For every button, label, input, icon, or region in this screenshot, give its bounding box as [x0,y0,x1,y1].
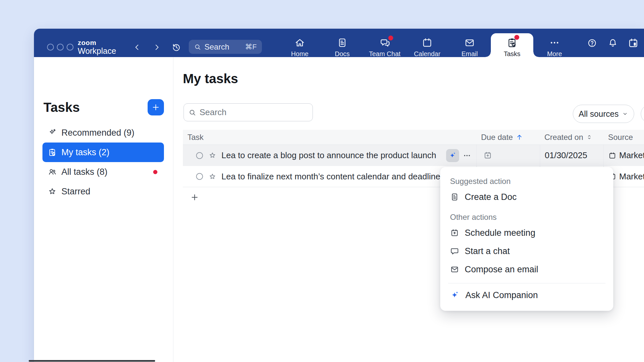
sidebar-item-recommended[interactable]: Recommended (9) [42,123,164,143]
table-row[interactable]: Lea to create a blog post to announce th… [183,145,644,166]
global-search[interactable]: Search ⌘F [189,40,262,54]
back-icon[interactable] [133,43,141,52]
calendar-app-icon[interactable] [628,38,639,49]
minimize-window-button[interactable] [57,44,64,51]
created-on-cell: 01/30/2025 [540,145,604,166]
nav-tab-home[interactable]: Home [279,29,321,57]
people-icon [48,167,57,176]
tasks-sidebar: Tasks Recommended (9) My tasks (2) All t… [34,57,173,362]
nav-tab-docs[interactable]: Docs [321,29,363,57]
add-due-date-icon[interactable] [483,151,492,160]
menu-item-create-doc[interactable]: Create a Doc [440,188,613,206]
menu-item-compose-email[interactable]: Compose an email [440,260,613,279]
calendar-icon [608,152,616,159]
nav-label: Calendar [414,50,440,58]
bell-icon[interactable] [608,38,618,48]
sort-icon [586,134,593,141]
close-window-button[interactable] [47,44,54,51]
filter-pill-partial[interactable] [641,105,644,123]
tasks-badge [514,35,519,40]
ai-sparkle-icon [450,290,460,300]
nav-label: Tasks [504,50,520,58]
nav-tab-team-chat[interactable]: Team Chat [363,29,406,57]
chat-bubble-icon [450,247,459,256]
top-navigation: Home Docs Team Chat Calendar Email [279,29,576,57]
search-shortcut: ⌘F [245,43,257,51]
task-search-input[interactable] [200,107,308,117]
task-cell: Lea to finalize next month’s content cal… [183,166,476,187]
nav-label: Docs [335,50,350,58]
nav-label: Team Chat [369,50,401,58]
menu-item-ask-ai-companion[interactable]: Ask AI Companion [440,286,613,304]
source-value: Marketing [619,172,644,182]
star-icon [48,187,57,196]
ai-actions-menu: Suggested action Create a Doc Other acti… [440,167,613,311]
menu-divider [448,283,605,283]
due-date-cell[interactable] [476,145,540,166]
more-actions-icon[interactable] [463,151,471,160]
sparkle-icon [48,128,57,137]
sidebar-item-label: All tasks (8) [61,167,107,177]
menu-section-label: Other actions [440,209,613,224]
forward-icon[interactable] [153,43,161,52]
nav-tab-email[interactable]: Email [448,29,491,57]
task-checkbox[interactable] [195,151,204,160]
nav-tab-more[interactable]: More [533,29,576,57]
doc-icon [450,192,459,202]
sidebar-item-starred[interactable]: Starred [42,182,164,201]
add-task-button[interactable] [148,99,164,115]
app-screen: zoom Workplace Search ⌘F Home Docs [0,0,644,362]
logo-product: Workplace [78,47,116,55]
column-header-due-date[interactable]: Due date [476,133,540,142]
menu-item-start-chat[interactable]: Start a chat [440,242,613,260]
clipboard-check-icon [48,148,57,157]
sidebar-item-label: My tasks (2) [61,147,109,158]
column-header-source[interactable]: Source [604,133,644,142]
header-right-icons [582,29,644,57]
ai-sparkle-icon [448,151,457,160]
column-header-created-on[interactable]: Created on [540,133,604,142]
search-icon [188,109,196,116]
table-header-row: Task Due date Created on Source [183,130,644,145]
calendar-plus-icon [450,228,459,237]
nav-label: Home [291,50,308,58]
bottom-edge-artifact [29,360,155,362]
sidebar-header: Tasks [43,99,164,115]
nav-label: More [547,50,562,58]
chevron-down-icon [622,111,628,117]
all-sources-filter[interactable]: All sources [573,105,634,123]
nav-tab-tasks[interactable]: Tasks [491,29,533,57]
star-icon[interactable] [208,151,217,159]
menu-item-schedule-meeting[interactable]: Schedule meeting [440,224,613,242]
task-checkbox[interactable] [195,172,204,181]
sidebar-item-label: Starred [61,187,90,197]
home-icon [294,37,305,48]
notification-dot [153,170,157,174]
sidebar-item-all-tasks[interactable]: All tasks (8) [42,162,164,182]
plus-icon [151,103,160,112]
help-icon[interactable] [587,38,597,48]
nav-label: Email [461,50,478,58]
nav-tab-calendar[interactable]: Calendar [406,29,448,57]
more-icon [549,37,560,48]
sidebar-item-label: Recommended (9) [61,128,135,138]
star-icon[interactable] [208,173,217,181]
global-search-placeholder: Search [204,42,229,52]
docs-icon [337,37,348,48]
main-content: My tasks All sources Task Due date [173,57,644,362]
window-controls [47,44,73,51]
maximize-window-button[interactable] [67,44,73,51]
task-actions [446,149,471,162]
history-icon[interactable] [171,42,181,52]
email-icon [464,37,475,48]
filter-label: All sources [579,109,619,119]
ai-companion-button[interactable] [446,149,459,162]
titlebar: zoom Workplace Search ⌘F Home Docs [34,29,644,57]
calendar-icon [422,37,433,48]
menu-section-label: Suggested action [440,173,613,188]
sidebar-item-my-tasks[interactable]: My tasks (2) [42,143,164,162]
sort-ascending-icon [515,133,523,141]
search-icon [194,43,201,51]
column-header-task[interactable]: Task [183,133,476,142]
sidebar-title: Tasks [43,100,80,115]
